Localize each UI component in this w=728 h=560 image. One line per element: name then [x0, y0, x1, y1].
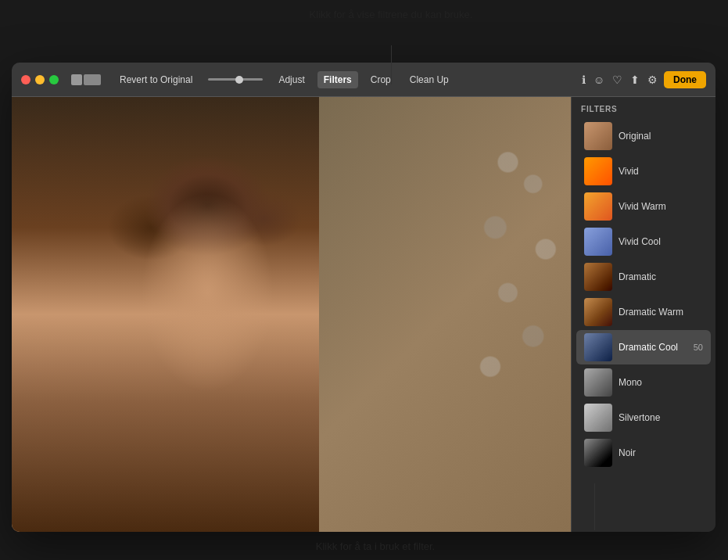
filter-label-mono: Mono: [619, 377, 703, 388]
filter-label-vivid-cool: Vivid Cool: [619, 236, 703, 247]
photo-wall: [319, 97, 571, 532]
filter-label-noir: Noir: [619, 447, 703, 458]
filter-thumb-silvertone: [584, 404, 612, 432]
minimize-button[interactable]: [35, 75, 45, 84]
filters-sidebar: FILTERS OriginalVividVivid WarmVivid Coo…: [571, 97, 715, 532]
filter-value-dramatic-cool: 50: [694, 343, 703, 352]
filter-item-mono[interactable]: Mono: [576, 365, 711, 400]
heart-icon[interactable]: ♡: [612, 74, 622, 86]
photo-area: [12, 97, 571, 532]
filter-label-vivid-warm: Vivid Warm: [619, 201, 703, 212]
cleanup-button[interactable]: Clean Up: [403, 71, 455, 88]
info-icon[interactable]: ℹ: [582, 74, 586, 86]
filter-thumb-dramatic-cool: [584, 333, 612, 361]
photo-background: [12, 97, 571, 532]
share-icon[interactable]: ⬆: [630, 74, 640, 86]
filter-thumb-dramatic: [584, 263, 612, 291]
filter-item-vivid-cool[interactable]: Vivid Cool: [576, 224, 711, 259]
filter-item-dramatic[interactable]: Dramatic: [576, 260, 711, 294]
compare-view-btn[interactable]: [84, 74, 101, 85]
filter-thumb-vivid-cool: [584, 228, 612, 256]
toolbar: Revert to Original Adjust Filters Crop C…: [12, 63, 715, 97]
filter-label-vivid: Vivid: [619, 166, 703, 177]
wrench-icon[interactable]: ⚙: [647, 74, 658, 86]
filter-item-original[interactable]: Original: [576, 119, 711, 153]
zoom-button[interactable]: [49, 75, 59, 84]
annotation-top: Klikk for å vise filtrene du kan bruke.: [305, 8, 477, 22]
annotation-bottom: Klikk for å ta i bruk et filter.: [266, 540, 485, 552]
filter-item-vivid-warm[interactable]: Vivid Warm: [576, 189, 711, 224]
annotation-line-bottom: [594, 483, 595, 530]
crop-button[interactable]: Crop: [364, 71, 397, 88]
filter-thumb-vivid: [584, 157, 612, 185]
filters-header: FILTERS: [572, 97, 715, 118]
annotation-top-text: Klikk for å vise filtrene du kan bruke.: [310, 9, 473, 20]
brightness-slider[interactable]: [208, 78, 263, 81]
filter-thumb-original: [584, 122, 612, 150]
filter-label-silvertone: Silvertone: [619, 412, 703, 423]
annotation-line-top: [391, 45, 392, 84]
filter-label-dramatic-warm: Dramatic Warm: [619, 307, 703, 318]
single-view-btn[interactable]: [71, 74, 82, 85]
revert-button[interactable]: Revert to Original: [113, 71, 199, 88]
filter-item-dramatic-cool[interactable]: Dramatic Cool50: [576, 330, 711, 364]
filter-thumb-dramatic-warm: [584, 298, 612, 326]
filters-list: OriginalVividVivid WarmVivid CoolDramati…: [572, 119, 715, 470]
adjust-button[interactable]: Adjust: [272, 71, 310, 88]
toolbar-icons: ℹ ☺ ♡ ⬆ ⚙: [582, 74, 658, 86]
filter-thumb-vivid-warm: [584, 192, 612, 221]
filter-label-original: Original: [619, 131, 703, 142]
app-window: Revert to Original Adjust Filters Crop C…: [12, 63, 715, 532]
filter-item-vivid[interactable]: Vivid: [576, 154, 711, 188]
emoji-icon[interactable]: ☺: [594, 74, 604, 86]
filter-thumb-mono: [584, 368, 612, 397]
filter-item-silvertone[interactable]: Silvertone: [576, 400, 711, 435]
filters-button[interactable]: Filters: [317, 71, 358, 88]
annotation-bottom-text: Klikk for å ta i bruk et filter.: [316, 540, 435, 552]
filter-label-dramatic: Dramatic: [619, 271, 703, 282]
filter-item-noir[interactable]: Noir: [576, 436, 711, 470]
filter-label-dramatic-cool: Dramatic Cool: [619, 342, 690, 353]
done-button[interactable]: Done: [664, 71, 706, 88]
filter-thumb-noir: [584, 439, 612, 467]
filter-item-dramatic-warm[interactable]: Dramatic Warm: [576, 295, 711, 329]
main-content: FILTERS OriginalVividVivid WarmVivid Coo…: [12, 97, 715, 532]
close-button[interactable]: [21, 75, 30, 84]
traffic-lights: [21, 75, 59, 84]
view-toggle: [71, 74, 101, 85]
